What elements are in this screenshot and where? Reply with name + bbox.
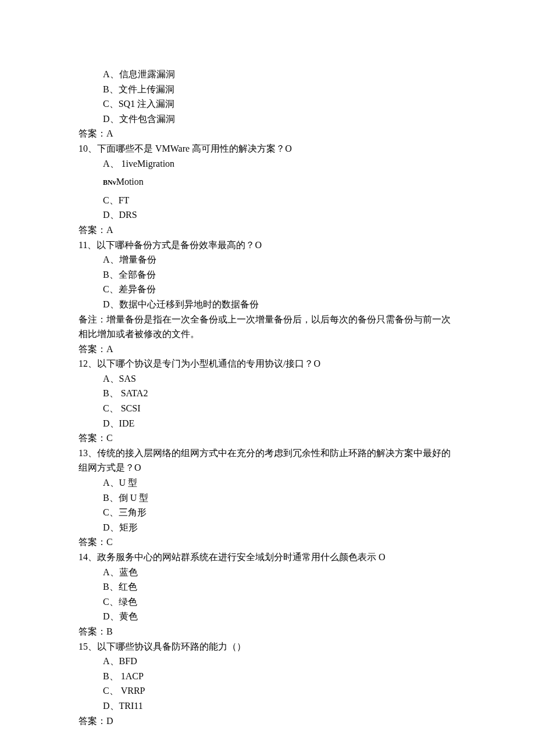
q14-answer: 答案：B: [79, 624, 456, 639]
q14-option-a: A、蓝色: [79, 565, 456, 580]
q14-option-c: C、绿色: [79, 594, 456, 610]
q13-text: 13、传统的接入层网络的组网方式中在充分的考虑到冗余性和防止环路的解决方案中最好…: [79, 446, 456, 475]
q13-option-c: C、三角形: [79, 505, 456, 520]
q15-option-a: A、BFD: [79, 654, 456, 669]
q14-text: 14、政务服务中心的网站群系统在进行安全域划分时通常用什么颜色表示 O: [79, 550, 456, 565]
q12-option-c: C、 SCSI: [79, 401, 456, 416]
q10-option-b: BNvMotion: [79, 174, 456, 189]
q9-option-d: D、文件包含漏洞: [79, 112, 456, 127]
q10-option-d: D、DRS: [79, 207, 456, 223]
q15-option-d: D、TRI11: [79, 698, 456, 714]
q10-text: 10、下面哪些不是 VMWare 高可用性的解决方案？O: [79, 141, 456, 156]
q12-text: 12、以下哪个协议是专门为小型机通信的专用协议/接口？O: [79, 356, 456, 371]
q10-option-b-prefix: BNv: [103, 178, 116, 187]
q12-option-b: B、 SATA2: [79, 386, 456, 401]
q13-option-a: A、U 型: [79, 475, 456, 490]
q12-option-d: D、IDE: [79, 416, 456, 431]
q13-answer: 答案：C: [79, 535, 456, 550]
q11-option-d: D、数据中心迁移到异地时的数据备份: [79, 297, 456, 312]
q11-option-a: A、增量备份: [79, 252, 456, 267]
q15-text: 15、以下哪些协议具备防环路的能力（）: [79, 639, 456, 654]
q14-option-b: B、红色: [79, 579, 456, 594]
q9-answer: 答案：A: [79, 126, 456, 141]
q15-option-c: C、 VRRP: [79, 683, 456, 698]
q10-answer: 答案：A: [79, 223, 456, 238]
q15-answer: 答案：D: [79, 714, 456, 729]
q9-option-c: C、SQ1 注入漏洞: [79, 96, 456, 112]
q11-answer: 答案：A: [79, 342, 456, 357]
q12-option-a: A、SAS: [79, 371, 456, 386]
q12-answer: 答案：C: [79, 431, 456, 446]
q14-option-d: D、黄色: [79, 609, 456, 624]
q10-option-a: A、 1iveMigration: [79, 156, 456, 171]
q13-option-d: D、矩形: [79, 520, 456, 535]
q15-option-b: B、 1ACP: [79, 669, 456, 684]
q9-option-a: A、信息泄露漏洞: [79, 67, 456, 82]
q11-option-c: C、差异备份: [79, 282, 456, 297]
q11-note: 备注：增量备份是指在一次全备份或上一次增量备份后，以后每次的备份只需备份与前一次…: [79, 312, 456, 342]
q10-option-c: C、FT: [79, 193, 456, 208]
q11-option-b: B、全部备份: [79, 267, 456, 282]
q13-option-b: B、倒 U 型: [79, 490, 456, 506]
q10-option-b-text: Motion: [116, 177, 144, 187]
q9-option-b: B、文件上传漏洞: [79, 82, 456, 97]
q11-text: 11、以下哪种备份方式是备份效率最高的？O: [79, 238, 456, 253]
